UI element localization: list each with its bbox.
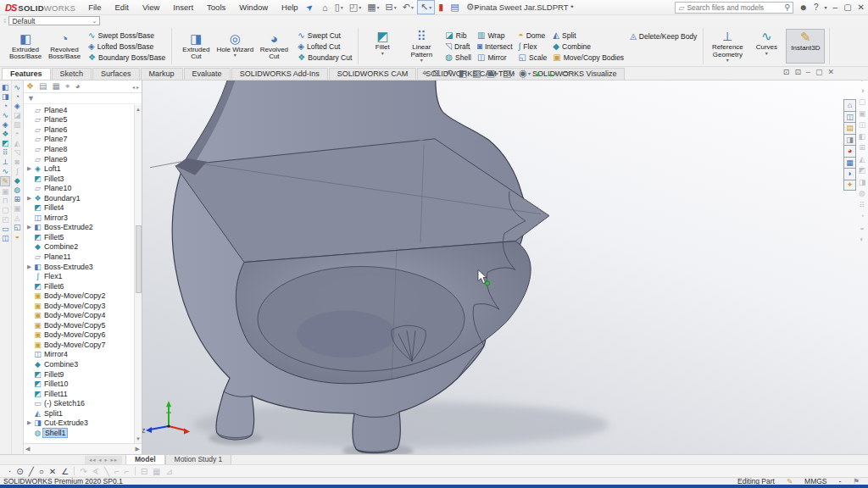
tree-item[interactable]: ▭ (-) Sketch16 <box>25 398 142 408</box>
tree-item[interactable]: ▶ ◧ Boss-Extrude2 <box>25 223 142 233</box>
ribbon-stack-button[interactable]: ◙Intersect <box>476 42 515 51</box>
heads-up-button[interactable]: ▧ <box>472 68 481 79</box>
ribbon-stack-button[interactable]: ▥Wrap <box>476 30 515 40</box>
ribbon-stack-button[interactable]: ∿ Swept Cut <box>296 30 353 40</box>
ribbon-tab[interactable]: SOLIDWORKS Add-Ins <box>231 68 328 80</box>
manager-tab-scroll-icon[interactable]: ▸ <box>136 84 139 90</box>
ribbon-stack-button[interactable]: ◫Mirror <box>476 53 515 62</box>
expand-arrow-icon[interactable]: ▶ <box>25 419 33 426</box>
ribbon-tab[interactable]: Evaluate <box>184 68 231 80</box>
sketch-tool-icon[interactable]: ⊿ <box>166 467 173 476</box>
expand-arrow-icon[interactable]: ▶ <box>25 263 33 270</box>
sketch-tool-icon[interactable]: ⌐ <box>125 467 130 476</box>
task-pane-tab[interactable]: ⌂ <box>843 99 856 111</box>
ribbon-stack-button[interactable]: ◓Dome <box>517 30 549 40</box>
graphics-viewport[interactable]: Z ⌂◫▤◨◕▦◗✦ ◕◑▢▣◫◧⊞◭◩◨◍⠿◔◒◐ <box>142 80 868 454</box>
tree-item[interactable]: ▶ ❖ Boundary1 <box>25 193 142 203</box>
left-tool-icon[interactable]: ◹ <box>14 148 20 157</box>
ribbon-stack-button[interactable]: ∫Flex <box>517 42 549 51</box>
tree-item[interactable]: ▣ Body-Move/Copy2 <box>25 291 142 301</box>
tree-item[interactable]: ◩ Fillet9 <box>25 369 142 380</box>
tab-model[interactable]: Model <box>125 454 165 464</box>
left-tool-icon[interactable]: ◙ <box>15 158 19 166</box>
left-tool-icon[interactable]: ∫ <box>16 167 18 175</box>
tree-item[interactable]: ▱ Plane11 <box>25 252 142 262</box>
ribbon-tab[interactable]: Features <box>2 68 51 80</box>
tree-item[interactable]: ▱ Plane8 <box>25 144 142 154</box>
left-tool-icon[interactable]: ▢ <box>2 206 9 214</box>
manager-tab-icon[interactable]: ◕ <box>75 81 81 92</box>
quick-access-button[interactable]: ▮ <box>436 1 447 14</box>
quick-access-button[interactable]: ⌂ <box>320 2 331 14</box>
left-tool-icon[interactable]: ∿ <box>2 167 8 175</box>
tree-item[interactable]: ◫ Mirror3 <box>25 213 142 223</box>
tree-item[interactable]: ▶ ◧ Boss-Extrude3 <box>25 262 142 272</box>
tree-item[interactable]: ▱ Plane4 <box>25 105 142 115</box>
left-tool-icon[interactable]: ◩ <box>2 139 9 147</box>
left-tool-icon[interactable]: ◔ <box>3 102 8 110</box>
heads-up-button[interactable]: ◫▾ <box>503 68 515 79</box>
task-pane-tab[interactable]: ◕ <box>843 145 856 157</box>
ribbon-stack-button[interactable]: ◬Delete/Keep Body <box>628 31 698 41</box>
help-icon[interactable]: ? <box>814 3 819 12</box>
ribbon-big-button[interactable]: ⠿ Linear Pattern▾ <box>402 29 441 64</box>
manager-tab-icon[interactable]: ▦ <box>52 81 59 92</box>
ribbon-stack-button[interactable]: ▣Move/Copy Bodies <box>551 53 626 62</box>
pin-menu-icon[interactable]: ➤ <box>303 2 314 14</box>
task-pane-tab[interactable]: ✦ <box>843 180 856 191</box>
left-tool-icon[interactable]: ◆ <box>14 176 20 185</box>
tree-item[interactable]: ◆ Combine3 <box>25 359 142 369</box>
sketch-tool-icon[interactable]: ⊟ <box>141 467 147 476</box>
left-tool-icon[interactable]: ∿ <box>14 83 20 92</box>
close-icon[interactable]: ✕ <box>858 3 865 12</box>
right-strip-icon[interactable]: ◨ <box>859 178 866 186</box>
sketch-tool-icon[interactable]: ▦ <box>153 467 160 476</box>
left-tool-icon[interactable]: ▣ <box>2 187 9 196</box>
left-tool-icon[interactable]: ▣ <box>14 204 21 213</box>
left-tool-icon[interactable]: ◫ <box>2 234 9 242</box>
sketch-tool-icon[interactable]: ↷ <box>80 467 86 476</box>
ribbon-stack-button[interactable]: ∿ Swept Boss/Base <box>86 30 167 40</box>
tree-item[interactable]: ▱ Plane10 <box>25 183 142 193</box>
ribbon-big-button[interactable]: ◎ Hole Wizard▾ <box>215 31 254 62</box>
menu-item[interactable]: View <box>136 1 165 14</box>
user-account-icon[interactable]: ☻ <box>798 3 808 12</box>
tree-item[interactable]: ◩ Fillet10 <box>25 379 142 389</box>
left-tool-icon[interactable]: ◈ <box>3 120 8 129</box>
right-strip-icon[interactable]: ◍ <box>859 189 865 197</box>
left-tool-icon[interactable]: ✎ <box>0 176 10 186</box>
tree-item[interactable]: ◫ Mirror4 <box>25 350 142 360</box>
tree-item[interactable]: ◍ Shell1 <box>25 428 142 438</box>
quick-access-button[interactable]: ⊟▾ <box>383 1 399 14</box>
tree-item[interactable]: ◆ Combine2 <box>25 242 142 252</box>
minimize-icon[interactable]: – <box>833 3 838 12</box>
quick-access-button[interactable]: ▤ <box>448 1 462 14</box>
left-tool-icon[interactable]: ◪ <box>14 111 21 119</box>
expand-arrow-icon[interactable]: ▶ <box>25 195 33 202</box>
scrollbar-thumb[interactable] <box>136 225 142 293</box>
tab-navigation-buttons[interactable]: ◂◂ ◂ ▸ ▸▸ <box>85 456 122 464</box>
expand-arrow-icon[interactable]: ▶ <box>25 224 33 230</box>
right-strip-icon[interactable]: ◔ <box>860 212 864 220</box>
configuration-dropdown[interactable]: Default⌄ <box>8 16 100 25</box>
tree-item[interactable]: ◭ Split1 <box>25 408 142 419</box>
tree-item[interactable]: ▣ Body-Move/Copy6 <box>25 330 142 341</box>
heads-up-button[interactable]: ↶ <box>445 68 453 79</box>
left-tool-icon[interactable]: ◈ <box>14 102 20 110</box>
restore-icon[interactable]: ▢ <box>843 3 851 12</box>
left-tool-icon[interactable]: ∿ <box>2 111 8 119</box>
right-strip-icon[interactable]: ▢ <box>859 97 866 106</box>
search-box[interactable]: ▱ ⚲ <box>675 2 793 14</box>
ribbon-stack-button[interactable]: ◹Draft <box>443 42 473 51</box>
left-tool-icon[interactable]: ◬ <box>14 214 20 222</box>
tree-filter-row[interactable]: ▼ <box>24 93 142 104</box>
ribbon-stack-button[interactable]: ◆Combine <box>551 42 626 51</box>
right-strip-icon[interactable]: ◩ <box>859 166 866 175</box>
ribbon-tab[interactable]: SOLIDWORKS CAM <box>329 68 417 80</box>
ribbon-big-button[interactable]: ⟂ Reference Geometry▾ <box>708 29 747 64</box>
tree-item[interactable]: ▶ ◈ Loft1 <box>25 164 142 174</box>
left-tool-icon[interactable]: ⟂ <box>3 158 8 166</box>
left-tool-icon[interactable]: ▥ <box>14 120 21 129</box>
tree-item[interactable]: ▶ ◨ Cut-Extrude3 <box>25 419 142 429</box>
sketch-tool-icon[interactable]: ╱ <box>29 467 34 476</box>
